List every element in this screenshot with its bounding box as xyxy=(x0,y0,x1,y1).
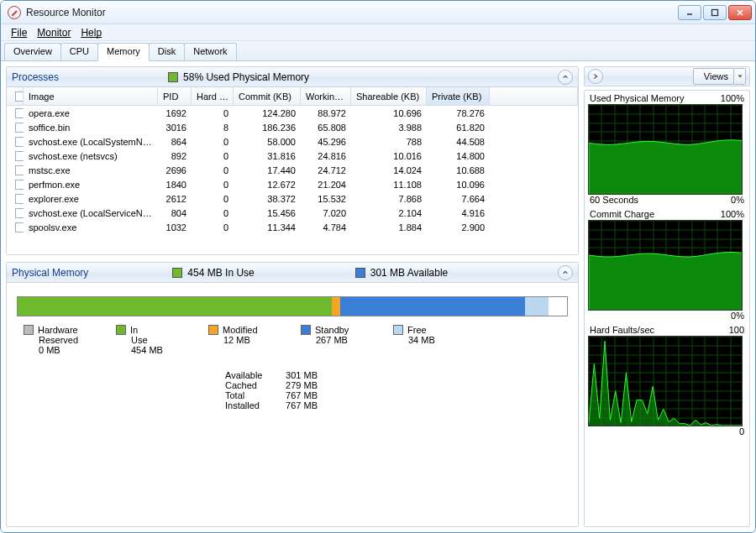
legend-item: Modified12 MB xyxy=(208,325,301,355)
tab-disk[interactable]: Disk xyxy=(149,43,185,60)
cell-working: 15.532 xyxy=(301,194,351,204)
collapse-icon[interactable] xyxy=(558,70,573,85)
cell-pid: 1840 xyxy=(158,180,192,190)
minimize-button[interactable] xyxy=(678,5,701,20)
row-checkbox[interactable] xyxy=(15,194,24,204)
physical-memory-header[interactable]: Physical Memory 454 MB In Use 301 MB Ava… xyxy=(7,263,578,283)
cell-hard: 0 xyxy=(192,108,234,118)
cell-private: 78.276 xyxy=(427,108,490,118)
cell-working: 88.972 xyxy=(301,108,351,118)
table-row[interactable]: svchost.exe (LocalServiceNet…804015.4567… xyxy=(7,206,578,220)
menu-help[interactable]: Help xyxy=(76,25,107,40)
app-title: Resource Monitor xyxy=(26,7,678,18)
tabstrip: OverviewCPUMemoryDiskNetwork xyxy=(1,41,755,61)
summary-row: Cached279 MB xyxy=(225,380,578,390)
table-row[interactable]: soffice.bin30168186.23665.8083.98861.820 xyxy=(7,120,578,134)
col-commit[interactable]: Commit (KB) xyxy=(234,87,301,105)
cell-share: 788 xyxy=(351,137,427,147)
graph-body xyxy=(588,220,743,311)
cell-hard: 0 xyxy=(192,208,234,218)
col-working[interactable]: Workin… xyxy=(301,87,351,105)
graph-commit-charge: Commit Charge100%0% xyxy=(588,208,746,321)
tab-cpu[interactable]: CPU xyxy=(60,43,98,60)
cell-hard: 0 xyxy=(192,151,234,161)
physical-memory-panel: Physical Memory 454 MB In Use 301 MB Ava… xyxy=(6,262,579,527)
graph-xlabel: 60 Seconds xyxy=(590,195,638,205)
expand-right-icon[interactable] xyxy=(588,69,603,84)
cell-working: 4.784 xyxy=(301,222,351,233)
table-row[interactable]: spoolsv.exe1032011.3444.7841.8842.900 xyxy=(7,220,578,234)
row-checkbox[interactable] xyxy=(15,180,24,190)
col-pid[interactable]: PID xyxy=(158,87,192,105)
physical-memory-title: Physical Memory xyxy=(12,267,88,279)
row-checkbox[interactable] xyxy=(15,151,24,161)
table-row[interactable]: svchost.exe (LocalSystemNet…864058.00045… xyxy=(7,134,578,149)
cell-image: explorer.exe xyxy=(24,194,158,204)
graph-min: 0 xyxy=(739,426,744,436)
row-checkbox[interactable] xyxy=(15,222,24,233)
col-image[interactable]: Image xyxy=(24,87,158,105)
cell-share: 1.884 xyxy=(351,222,427,233)
row-checkbox[interactable] xyxy=(15,108,24,118)
row-checkbox[interactable] xyxy=(15,123,24,133)
svg-rect-1 xyxy=(712,9,718,15)
col-hard[interactable]: Hard … xyxy=(192,87,234,105)
cell-pid: 804 xyxy=(158,208,192,218)
menubar: FileMonitorHelp xyxy=(1,24,755,41)
graph-min: 0% xyxy=(731,195,744,205)
graph-body xyxy=(588,336,743,426)
row-checkbox[interactable] xyxy=(15,165,24,175)
row-checkbox[interactable] xyxy=(15,208,24,218)
graph-min: 0% xyxy=(731,311,744,321)
menu-file[interactable]: File xyxy=(6,25,32,40)
cell-pid: 2612 xyxy=(158,194,192,204)
col-checkbox[interactable] xyxy=(7,87,24,105)
processes-header[interactable]: Processes 58% Used Physical Memory xyxy=(7,67,578,87)
tab-memory[interactable]: Memory xyxy=(97,43,150,61)
cell-private: 4.916 xyxy=(427,208,490,218)
memory-bar xyxy=(17,296,568,316)
row-checkbox[interactable] xyxy=(15,137,24,147)
memory-summary: Available301 MBCached279 MBTotal767 MBIn… xyxy=(225,370,578,410)
col-private[interactable]: Private (KB) xyxy=(427,87,490,105)
col-shareable[interactable]: Shareable (KB) xyxy=(351,87,427,105)
processes-panel: Processes 58% Used Physical Memory Image… xyxy=(6,66,579,255)
menu-monitor[interactable]: Monitor xyxy=(32,25,76,40)
cell-image: svchost.exe (LocalSystemNet… xyxy=(24,137,158,147)
legend-item: Free34 MB xyxy=(393,325,486,355)
table-row[interactable]: svchost.exe (netsvcs)892031.81624.81610.… xyxy=(7,149,578,163)
tab-overview[interactable]: Overview xyxy=(4,43,61,60)
content-area: Processes 58% Used Physical Memory Image… xyxy=(1,61,755,532)
cell-image: spoolsv.exe xyxy=(24,222,158,233)
collapse-icon[interactable] xyxy=(558,265,573,280)
table-row[interactable]: explorer.exe2612038.37215.5327.8687.664 xyxy=(7,191,578,206)
membar-segment xyxy=(525,297,549,316)
tab-network[interactable]: Network xyxy=(184,43,236,60)
graph-hard-faults-sec: Hard Faults/sec1000 xyxy=(588,324,746,436)
process-rows[interactable]: opera.exe16920124.28088.97210.69678.276s… xyxy=(7,106,578,254)
views-button[interactable]: Views xyxy=(693,68,734,85)
in-use-text: 454 MB In Use xyxy=(187,267,254,279)
cell-working: 24.712 xyxy=(301,165,351,175)
graph-title: Used Physical Memory xyxy=(590,93,684,103)
cell-commit: 186.236 xyxy=(234,123,301,133)
close-button[interactable] xyxy=(728,5,752,20)
summary-row: Total767 MB xyxy=(225,390,578,400)
table-header: Image PID Hard … Commit (KB) Workin… Sha… xyxy=(7,87,578,106)
cell-image: opera.exe xyxy=(24,108,158,118)
cell-image: mstsc.exe xyxy=(24,165,158,175)
memory-usage-text: 58% Used Physical Memory xyxy=(183,71,309,83)
maximize-button[interactable] xyxy=(703,5,727,20)
cell-pid: 2696 xyxy=(158,165,192,175)
membar-segment xyxy=(332,297,340,316)
table-row[interactable]: opera.exe16920124.28088.97210.69678.276 xyxy=(7,106,578,120)
cell-private: 10.096 xyxy=(427,180,490,190)
cell-hard: 0 xyxy=(192,137,234,147)
cell-commit: 12.672 xyxy=(234,180,301,190)
cell-commit: 17.440 xyxy=(234,165,301,175)
graph-max: 100 xyxy=(729,325,744,335)
table-row[interactable]: perfmon.exe1840012.67221.20411.10810.096 xyxy=(7,177,578,191)
views-dropdown-icon[interactable] xyxy=(734,68,746,85)
cell-private: 14.800 xyxy=(427,151,490,161)
table-row[interactable]: mstsc.exe2696017.44024.71214.02410.688 xyxy=(7,163,578,177)
